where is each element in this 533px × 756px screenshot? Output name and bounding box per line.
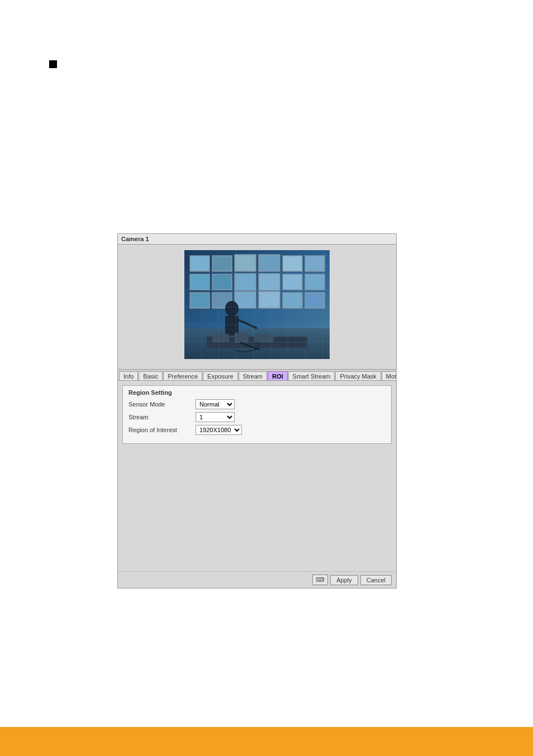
svg-rect-41 — [207, 337, 307, 348]
svg-rect-28 — [212, 293, 232, 308]
sensor-mode-select[interactable]: Normal WDR HLC — [196, 399, 235, 409]
stream-row: Stream 1 2 3 — [129, 412, 386, 422]
svg-rect-9 — [259, 255, 279, 271]
tab-preference[interactable]: Preference — [163, 371, 202, 381]
decorative-square — [49, 60, 57, 68]
svg-rect-22 — [283, 274, 302, 290]
dialog-title: Camera 1 — [121, 236, 149, 242]
svg-rect-13 — [306, 256, 324, 271]
tab-smart-stream[interactable]: Smart Stream — [288, 371, 335, 381]
bottom-bar — [0, 727, 533, 756]
svg-rect-37 — [306, 293, 324, 308]
svg-rect-31 — [235, 292, 255, 308]
svg-rect-4 — [212, 256, 232, 271]
apply-button[interactable]: Apply — [330, 575, 358, 585]
svg-rect-14 — [190, 274, 210, 290]
svg-rect-23 — [283, 275, 302, 289]
svg-rect-30 — [235, 291, 256, 308]
camera-dialog: Camera 1 — [117, 233, 397, 588]
svg-line-40 — [239, 320, 257, 328]
tab-motion-detection[interactable]: Motion Detection — [382, 371, 396, 381]
svg-rect-32 — [259, 291, 280, 308]
svg-rect-17 — [213, 275, 231, 289]
svg-rect-34 — [283, 293, 302, 308]
svg-rect-6 — [235, 255, 256, 271]
tab-info[interactable]: Info — [119, 371, 138, 381]
tabs-row: Info Basic Preference Exposure Stream RO… — [118, 369, 396, 381]
preview-svg — [184, 250, 330, 359]
action-row: ⌨ Apply Cancel — [118, 571, 396, 588]
svg-rect-33 — [259, 292, 279, 308]
roi-select[interactable]: 1920X1080 1280X720 960X540 — [196, 425, 242, 435]
roi-row: Region of Interest 1920X1080 1280X720 96… — [129, 425, 386, 435]
svg-point-38 — [225, 301, 239, 317]
camera-preview-image — [184, 250, 330, 359]
empty-content-area — [122, 444, 392, 567]
svg-rect-15 — [191, 275, 209, 289]
svg-rect-25 — [306, 275, 324, 289]
tab-stream[interactable]: Stream — [239, 371, 267, 381]
cancel-button[interactable]: Cancel — [360, 575, 392, 585]
settings-area: Region Setting Sensor Mode Normal WDR HL… — [118, 381, 396, 571]
svg-rect-42 — [212, 334, 229, 342]
region-setting-legend: Region Setting — [129, 389, 386, 396]
sensor-mode-row: Sensor Mode Normal WDR HLC — [129, 399, 386, 409]
tab-roi[interactable]: ROI — [268, 371, 288, 381]
svg-rect-3 — [191, 256, 209, 271]
svg-rect-19 — [235, 274, 255, 290]
svg-rect-10 — [283, 256, 302, 271]
svg-rect-43 — [235, 333, 249, 343]
region-setting-box: Region Setting Sensor Mode Normal WDR HL… — [122, 385, 392, 444]
tab-privacy-mask[interactable]: Privacy Mask — [335, 371, 380, 381]
svg-rect-20 — [259, 274, 280, 290]
svg-rect-39 — [225, 316, 239, 336]
svg-rect-36 — [305, 293, 325, 308]
svg-rect-26 — [190, 293, 210, 308]
svg-rect-11 — [283, 256, 302, 271]
svg-rect-2 — [190, 256, 210, 271]
svg-rect-27 — [191, 293, 209, 308]
svg-rect-21 — [259, 274, 279, 290]
svg-rect-35 — [283, 293, 302, 308]
stream-label: Stream — [129, 414, 196, 420]
svg-rect-8 — [259, 255, 280, 271]
tab-exposure[interactable]: Exposure — [203, 371, 237, 381]
svg-rect-24 — [305, 274, 325, 290]
keyboard-button[interactable]: ⌨ — [312, 575, 328, 585]
roi-label: Region of Interest — [129, 427, 196, 433]
svg-rect-5 — [213, 256, 231, 271]
svg-rect-29 — [213, 293, 231, 308]
svg-rect-7 — [235, 255, 255, 271]
sensor-mode-label: Sensor Mode — [129, 401, 196, 408]
svg-rect-12 — [305, 256, 325, 271]
svg-rect-44 — [254, 334, 274, 342]
svg-rect-18 — [235, 274, 256, 290]
svg-rect-16 — [212, 274, 232, 290]
camera-preview-container — [118, 245, 396, 369]
stream-select[interactable]: 1 2 3 — [196, 412, 235, 422]
dialog-title-bar: Camera 1 — [118, 234, 396, 245]
svg-rect-1 — [184, 328, 330, 359]
svg-rect-0 — [184, 250, 330, 359]
tab-basic[interactable]: Basic — [139, 371, 163, 381]
